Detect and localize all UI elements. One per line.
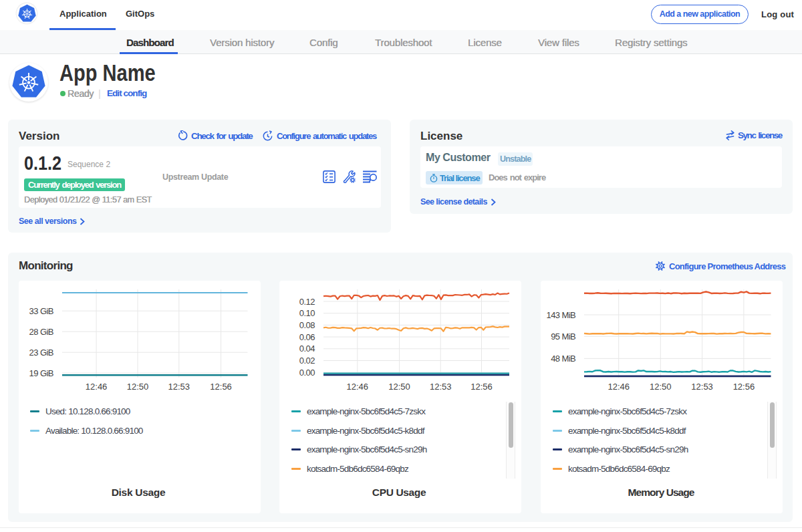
svg-text:23 GiB: 23 GiB bbox=[29, 348, 53, 358]
svg-text:12:50: 12:50 bbox=[127, 382, 149, 392]
svg-text:48 MiB: 48 MiB bbox=[551, 354, 575, 364]
svg-text:0.10: 0.10 bbox=[299, 308, 315, 318]
svg-text:0.12: 0.12 bbox=[299, 297, 315, 307]
svg-text:95 MiB: 95 MiB bbox=[551, 331, 575, 342]
svg-text:0.08: 0.08 bbox=[299, 320, 315, 330]
svg-text:0.04: 0.04 bbox=[299, 344, 315, 354]
svg-text:12:56: 12:56 bbox=[733, 382, 755, 392]
svg-text:12:53: 12:53 bbox=[430, 382, 452, 392]
svg-text:0.02: 0.02 bbox=[299, 356, 315, 366]
svg-text:33 GiB: 33 GiB bbox=[29, 306, 53, 316]
svg-text:12:46: 12:46 bbox=[347, 382, 369, 392]
svg-text:143 MiB: 143 MiB bbox=[547, 310, 576, 320]
svg-text:0.06: 0.06 bbox=[299, 332, 315, 342]
svg-text:12:56: 12:56 bbox=[210, 382, 232, 392]
svg-text:28 GiB: 28 GiB bbox=[29, 327, 53, 337]
svg-text:0.00: 0.00 bbox=[299, 368, 315, 378]
svg-text:12:50: 12:50 bbox=[650, 382, 672, 392]
svg-text:12:53: 12:53 bbox=[691, 382, 713, 392]
svg-text:12:53: 12:53 bbox=[168, 382, 190, 392]
svg-text:12:46: 12:46 bbox=[86, 382, 108, 392]
svg-text:12:50: 12:50 bbox=[388, 382, 410, 392]
svg-text:12:56: 12:56 bbox=[471, 382, 493, 392]
svg-text:12:46: 12:46 bbox=[608, 382, 630, 392]
svg-text:19 GiB: 19 GiB bbox=[29, 368, 53, 378]
